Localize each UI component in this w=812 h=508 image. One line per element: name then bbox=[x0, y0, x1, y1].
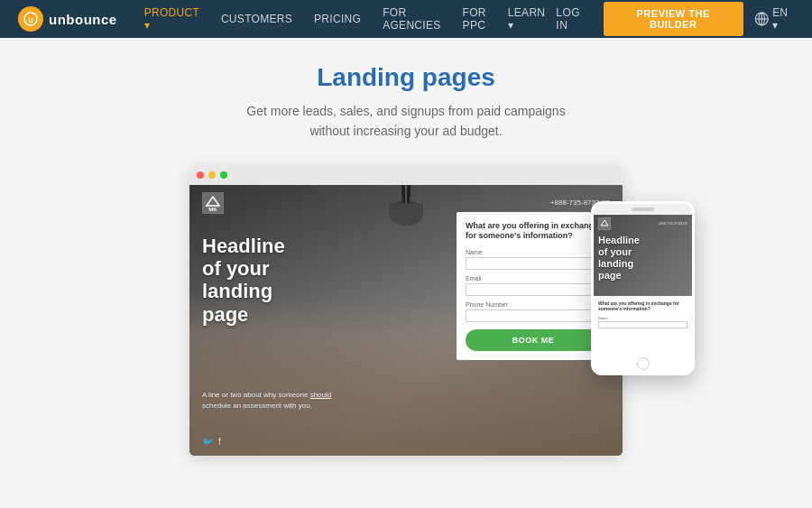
lp-logo-icon: MK bbox=[202, 192, 224, 214]
browser-minimize-dot bbox=[208, 171, 216, 179]
nav-customers[interactable]: CUSTOMERS bbox=[210, 0, 303, 38]
lp-form: What are you offering in exchange for so… bbox=[457, 212, 610, 360]
phone-speaker bbox=[632, 208, 654, 211]
phone-form-card: What are you offering in exchange for so… bbox=[594, 296, 692, 355]
landing-page-preview: MK +888-735-8732-00 Headlineof yourlandi… bbox=[189, 185, 623, 456]
phone-lp-topbar: +888-735-8732-00 bbox=[594, 217, 692, 230]
logo-text: unbounce bbox=[49, 12, 117, 27]
nav-pricing[interactable]: PRICING bbox=[303, 0, 372, 38]
lp-social-icons: 🐦 f bbox=[202, 437, 221, 447]
browser-bar bbox=[189, 165, 623, 185]
lp-phone-label: Phone Number bbox=[466, 301, 601, 308]
lp-email-input[interactable] bbox=[466, 283, 601, 296]
content-area: MK +888-735-8732-00 Headlineof yourlandi… bbox=[0, 156, 812, 456]
lp-logo: MK bbox=[202, 192, 224, 214]
facebook-icon: f bbox=[218, 437, 221, 447]
logo-icon: u bbox=[18, 6, 43, 32]
nav-right: LOG IN PREVIEW THE BUILDER EN ▾ bbox=[556, 2, 794, 36]
book-me-button[interactable]: BOOK ME bbox=[466, 329, 601, 351]
browser-maximize-dot bbox=[220, 171, 227, 179]
phone-lp-logo bbox=[598, 217, 611, 230]
phone-screen: +888-735-8732-00 Headlineof yourlandingp… bbox=[594, 215, 692, 355]
lp-phone-input[interactable] bbox=[466, 309, 601, 322]
lp-email-label: Email bbox=[466, 275, 601, 282]
svg-text:MK: MK bbox=[208, 207, 217, 212]
logo[interactable]: u unbounce bbox=[18, 6, 117, 32]
login-link[interactable]: LOG IN bbox=[556, 6, 592, 32]
svg-text:u: u bbox=[28, 15, 33, 24]
nav-learn[interactable]: LEARN ▾ bbox=[497, 0, 557, 38]
phone-bottom-bar bbox=[594, 355, 692, 373]
browser-mockup: MK +888-735-8732-00 Headlineof yourlandi… bbox=[189, 165, 623, 456]
phone-headline: Headlineof yourlandingpage bbox=[598, 235, 640, 282]
lp-headline: Headlineof yourlandingpage bbox=[202, 235, 285, 326]
phone-name-field bbox=[598, 321, 687, 328]
phone-mockup: +888-735-8732-00 Headlineof yourlandingp… bbox=[591, 201, 695, 375]
globe-icon bbox=[754, 11, 770, 27]
phone-home-button[interactable] bbox=[637, 357, 650, 370]
preview-builder-button[interactable]: PREVIEW THE BUILDER bbox=[604, 2, 743, 36]
nav-ppc[interactable]: FOR PPC bbox=[452, 0, 497, 38]
twitter-icon: 🐦 bbox=[202, 437, 213, 447]
phone-form-title: What are you offering in exchange for so… bbox=[598, 300, 687, 312]
navigation: u unbounce PRODUCT ▾ CUSTOMERS PRICING F… bbox=[0, 0, 812, 38]
lp-subline: A line or two about why someone shouldsc… bbox=[202, 390, 331, 410]
lang-label: EN ▾ bbox=[772, 6, 794, 32]
page-title: Landing pages bbox=[18, 63, 794, 92]
lp-name-label: Name bbox=[466, 249, 601, 255]
lp-topbar: MK +888-735-8732-00 bbox=[189, 192, 623, 214]
phone-name-label: Name bbox=[598, 316, 687, 320]
lp-name-input[interactable] bbox=[466, 257, 601, 270]
phone-top-bar bbox=[594, 204, 692, 215]
hero-subtitle: Get more leads, sales, and signups from … bbox=[18, 101, 794, 142]
phone-lp-number: +888-735-8732-00 bbox=[658, 221, 687, 226]
lp-form-title: What are you offering in exchange for so… bbox=[466, 221, 601, 242]
nav-links: PRODUCT ▾ CUSTOMERS PRICING FOR AGENCIES… bbox=[134, 0, 557, 38]
nav-product[interactable]: PRODUCT ▾ bbox=[134, 0, 210, 38]
hero-section: Landing pages Get more leads, sales, and… bbox=[0, 38, 812, 156]
language-selector[interactable]: EN ▾ bbox=[754, 6, 794, 32]
browser-close-dot bbox=[197, 171, 204, 179]
nav-agencies[interactable]: FOR AGENCIES bbox=[372, 0, 451, 38]
